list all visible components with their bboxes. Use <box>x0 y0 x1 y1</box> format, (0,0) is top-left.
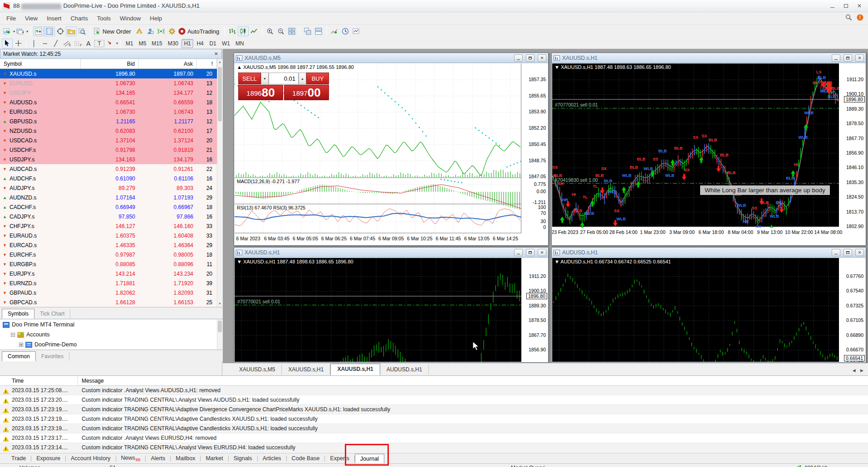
data-window-toggle-icon[interactable] <box>44 26 55 36</box>
zoom-out-icon[interactable] <box>275 26 286 36</box>
buy-button[interactable]: BUY <box>306 73 329 84</box>
tab-code-base[interactable]: Code Base <box>287 454 325 463</box>
market-watch-row-audcad.s[interactable]: ▼AUDCAD.s0.912390.9126122 <box>0 164 217 174</box>
chart-tab-2[interactable]: XAUUSD.s,H1 <box>330 364 380 375</box>
market-watch-row-eurjpy.s[interactable]: ▼EURJPY.s143.214143.23420 <box>0 269 217 278</box>
tab-account-history[interactable]: Account History <box>66 454 116 463</box>
cascade-windows-icon[interactable] <box>302 26 313 36</box>
journal-row[interactable]: 2023.03.15 17:23:17....Custom indicator … <box>0 433 868 443</box>
timeframe-m5[interactable]: M5 <box>137 39 149 48</box>
timeframe-m30[interactable]: M30 <box>166 39 181 48</box>
navigator-scrollbar[interactable] <box>217 320 222 350</box>
crosshair-tool-icon[interactable] <box>13 39 24 49</box>
chart-tab-1[interactable]: XAUUSD.s,H1 <box>282 365 330 375</box>
vertical-line-tool-icon[interactable]: │ <box>29 39 39 49</box>
terminal-toggle-icon[interactable] <box>66 26 77 36</box>
chart-audusd-canvas[interactable]: ▼ AUDUSD.s,H1 0.66734 0.66742 0.66525 0.… <box>552 258 865 362</box>
sell-button[interactable]: SELL <box>238 73 261 84</box>
chart-close-button[interactable]: ✕ <box>538 54 546 62</box>
services-icon[interactable] <box>167 26 177 36</box>
market-watch-row-eurusd[interactable]: ▼EURUSD1.067301.0674313 <box>0 78 217 88</box>
market-watch-row-audnzd.s[interactable]: ▲AUDNZD.s1.071641.0719329 <box>0 193 217 202</box>
chart-minimize-button[interactable] <box>514 54 523 62</box>
tab-exposure[interactable]: Exposure <box>31 454 65 463</box>
tab-mailbox[interactable]: Mailbox <box>171 454 200 463</box>
chart-close-button[interactable]: ✕ <box>855 54 864 62</box>
volume-increase-button[interactable]: ▲ <box>299 73 306 84</box>
tab-articles[interactable]: Articles <box>258 454 286 463</box>
volume-decrease-button[interactable]: ▼ <box>261 73 269 84</box>
window-titlebar[interactable]: 88DooPrime-Live - Doo Prime Limited - XA… <box>0 0 868 12</box>
chart-restore-button[interactable] <box>843 54 852 62</box>
chart-window-titlebar[interactable]: XAUUSD.s,H1 ✕ <box>234 248 548 258</box>
navigator-item-doo-prime-mt4-terminal[interactable]: Doo Prime MT4 Terminal <box>0 320 217 330</box>
market-watch-row-cadjpy.s[interactable]: ▲CADJPY.s97.85097.86616 <box>0 212 217 221</box>
market-watch-row-eurgbp.s[interactable]: ▼EURGBP.s0.880850.8809611 <box>0 259 217 269</box>
minimize-button[interactable] <box>825 1 839 10</box>
navigator-tree[interactable]: Doo Prime MT4 TerminalAccountsDooPrime-D… <box>0 320 217 350</box>
chart-window-titlebar[interactable]: XAUUSD.s,H1 ✕ <box>552 53 866 63</box>
journal-row[interactable]: 2023.03.15 17:23:19....Custom indicator … <box>0 414 868 424</box>
metaeditor-icon[interactable] <box>134 26 145 36</box>
journal-row[interactable]: 2023.03.15 17:25:08....Custom indicator … <box>0 386 868 395</box>
new-chart-icon[interactable] <box>2 26 13 36</box>
journal-row[interactable]: 2023.03.15 17:23:14....Custom indicator … <box>0 443 868 452</box>
market-watch-row-usdjpy[interactable]: ▼USDJPY134.165134.17712 <box>0 88 217 97</box>
signals-icon[interactable] <box>156 26 167 36</box>
market-watch-row-cadchf.s[interactable]: ▲CADCHF.s0.669490.6696718 <box>0 202 217 212</box>
menu-item-charts[interactable]: Charts <box>66 13 92 24</box>
autotrading-button[interactable]: AutoTrading <box>177 26 222 36</box>
journal-row[interactable]: 2023.03.15 17:23:19....Custom indicator … <box>0 424 868 433</box>
market-watch-row-eurusd.s[interactable]: ▼EURUSD.s1.067301.0674313 <box>0 107 217 117</box>
strategy-tester-toggle-icon[interactable] <box>77 26 88 36</box>
tab-scroll-arrows[interactable]: ◀ ▶ <box>853 368 865 373</box>
sell-price[interactable]: 189680 <box>238 85 283 100</box>
profiles-dropdown[interactable]: ▾ <box>26 29 28 34</box>
community-icon[interactable] <box>145 26 156 36</box>
search-icon[interactable] <box>845 14 852 22</box>
market-watch-row-eurchf.s[interactable]: ▼EURCHF.s0.979870.9800518 <box>0 250 217 259</box>
market-watch-row-eurnzd.s[interactable]: ▼EURNZD.s1.718811.7192039 <box>0 278 217 288</box>
market-watch-row-chfjpy.s[interactable]: ▼CHFJPY.s146.127146.16033 <box>0 221 217 231</box>
chart-restore-button[interactable] <box>526 54 535 62</box>
chart-close-button[interactable]: ✕ <box>855 249 864 256</box>
line-chart-mode-icon[interactable] <box>249 26 260 36</box>
chart-restore-button[interactable] <box>843 249 852 256</box>
fibonacci-tool-icon[interactable]: F <box>72 39 83 49</box>
channel-tool-icon[interactable]: E <box>61 39 72 49</box>
timeframe-h1[interactable]: H1 <box>181 39 193 48</box>
journal-row[interactable]: 2023.03.15 17:23:20....Custom indicator … <box>0 395 868 405</box>
chart-restore-button[interactable] <box>526 249 535 256</box>
tab-news[interactable]: News99 <box>116 453 146 464</box>
chart-minimize-button[interactable] <box>514 249 523 256</box>
templates-icon[interactable] <box>351 26 362 36</box>
timeframe-h4[interactable]: H4 <box>194 39 206 48</box>
menu-item-help[interactable]: Help <box>145 13 167 24</box>
market-watch-toggle-icon[interactable] <box>33 26 44 36</box>
chart-h1-canvas[interactable]: ▼ XAUUSD.s,H1 1887.48 1898.63 1886.65 18… <box>552 63 865 245</box>
market-watch-row-usdjpy.s[interactable]: ▼USDJPY.s134.163134.17916 <box>0 155 217 164</box>
timeframe-m15[interactable]: M15 <box>149 39 164 48</box>
maximize-button[interactable] <box>839 1 853 10</box>
text-tool-icon[interactable]: A <box>83 39 94 49</box>
tab-alerts[interactable]: Alerts <box>146 454 170 463</box>
menu-item-insert[interactable]: Insert <box>42 13 66 24</box>
market-watch-column-headers[interactable]: Symbol Bid Ask ! <box>0 59 217 69</box>
tab-market[interactable]: Market <box>201 454 228 463</box>
tab-favorites[interactable]: Favorites <box>36 352 69 361</box>
chart-close-button[interactable]: ✕ <box>538 249 546 256</box>
tab-tick-chart[interactable]: Tick Chart <box>34 309 70 318</box>
candlestick-mode-icon[interactable] <box>238 26 249 36</box>
market-watch-close-icon[interactable]: ✕ <box>213 51 220 58</box>
menu-item-window[interactable]: Window <box>115 13 145 24</box>
profiles-icon[interactable] <box>15 26 26 36</box>
navigator-item-accounts[interactable]: Accounts <box>0 330 217 340</box>
navigator-toggle-icon[interactable] <box>55 26 66 36</box>
market-watch-row-nzdusd.s[interactable]: ▼NZDUSD.s0.620830.6210017 <box>0 126 217 136</box>
arrows-tool-icon[interactable] <box>105 39 116 49</box>
close-button[interactable]: ✕ <box>853 1 866 10</box>
trendline-tool-icon[interactable]: ╱ <box>50 39 61 49</box>
chart-m5-canvas[interactable]: ▲ XAUUSD.s,M5 1896.88 1897.27 1896.55 18… <box>235 63 548 245</box>
volume-input[interactable]: 0.01 <box>269 73 299 84</box>
periods-icon[interactable] <box>340 26 351 36</box>
